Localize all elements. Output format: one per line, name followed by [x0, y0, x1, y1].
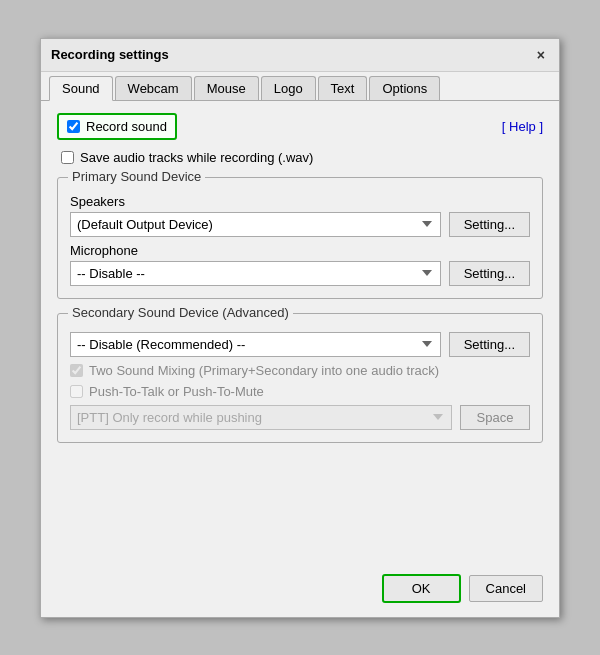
- record-sound-header-row: Record sound [ Help ]: [57, 113, 543, 140]
- secondary-device-select[interactable]: -- Disable (Recommended) --: [70, 332, 441, 357]
- microphone-select[interactable]: -- Disable --: [70, 261, 441, 286]
- ptt-checkbox: [70, 385, 83, 398]
- two-sound-row: Two Sound Mixing (Primary+Secondary into…: [70, 363, 530, 378]
- ptt-select-row: [PTT] Only record while pushing Space: [70, 405, 530, 430]
- secondary-sound-group: Secondary Sound Device (Advanced) -- Dis…: [57, 313, 543, 443]
- secondary-device-row: -- Disable (Recommended) -- Setting...: [70, 332, 530, 357]
- tab-mouse[interactable]: Mouse: [194, 76, 259, 100]
- speakers-row: (Default Output Device) Setting...: [70, 212, 530, 237]
- microphone-label: Microphone: [70, 243, 530, 258]
- speakers-setting-button[interactable]: Setting...: [449, 212, 530, 237]
- save-audio-label: Save audio tracks while recording (.wav): [80, 150, 313, 165]
- two-sound-checkbox: [70, 364, 83, 377]
- recording-settings-dialog: Recording settings × Sound Webcam Mouse …: [40, 38, 560, 618]
- speakers-label: Speakers: [70, 194, 530, 209]
- tab-sound[interactable]: Sound: [49, 76, 113, 101]
- tab-options[interactable]: Options: [369, 76, 440, 100]
- help-link[interactable]: [ Help ]: [502, 119, 543, 134]
- save-audio-checkbox[interactable]: [61, 151, 74, 164]
- dialog-footer: OK Cancel: [41, 564, 559, 617]
- microphone-setting-button[interactable]: Setting...: [449, 261, 530, 286]
- tabs-container: Sound Webcam Mouse Logo Text Options: [41, 72, 559, 101]
- microphone-row: -- Disable -- Setting...: [70, 261, 530, 286]
- record-sound-label: Record sound: [86, 119, 167, 134]
- save-audio-row: Save audio tracks while recording (.wav): [61, 150, 543, 165]
- cancel-button[interactable]: Cancel: [469, 575, 543, 602]
- secondary-setting-button[interactable]: Setting...: [449, 332, 530, 357]
- dialog-title: Recording settings: [51, 47, 169, 62]
- primary-group-title: Primary Sound Device: [68, 169, 205, 184]
- ok-button[interactable]: OK: [382, 574, 461, 603]
- tab-content: Record sound [ Help ] Save audio tracks …: [41, 101, 559, 564]
- record-sound-row: Record sound: [57, 113, 177, 140]
- tab-webcam[interactable]: Webcam: [115, 76, 192, 100]
- ptt-mode-select: [PTT] Only record while pushing: [70, 405, 452, 430]
- two-sound-label: Two Sound Mixing (Primary+Secondary into…: [89, 363, 439, 378]
- secondary-group-title: Secondary Sound Device (Advanced): [68, 305, 293, 320]
- ptt-label: Push-To-Talk or Push-To-Mute: [89, 384, 264, 399]
- tab-logo[interactable]: Logo: [261, 76, 316, 100]
- tab-text[interactable]: Text: [318, 76, 368, 100]
- ptt-row: Push-To-Talk or Push-To-Mute: [70, 384, 530, 399]
- speakers-select[interactable]: (Default Output Device): [70, 212, 441, 237]
- record-sound-checkbox[interactable]: [67, 120, 80, 133]
- primary-sound-group: Primary Sound Device Speakers (Default O…: [57, 177, 543, 299]
- close-button[interactable]: ×: [533, 47, 549, 63]
- title-bar: Recording settings ×: [41, 39, 559, 72]
- ptt-key-display: Space: [460, 405, 530, 430]
